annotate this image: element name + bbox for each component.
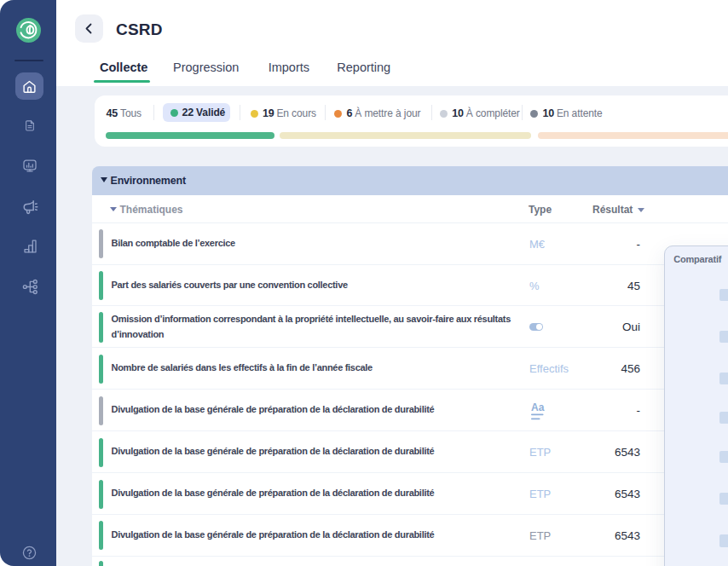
svg-text:Aa: Aa [531,402,545,413]
